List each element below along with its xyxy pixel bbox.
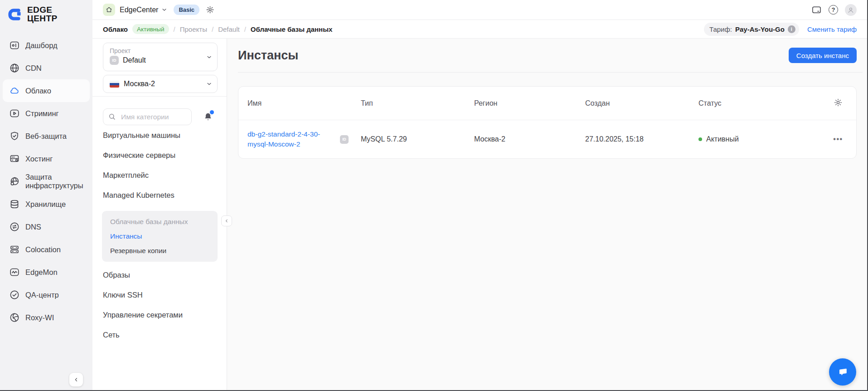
sidebar-item-hosting[interactable]: Хостинг xyxy=(3,147,90,170)
instance-name-link[interactable]: db-g2-standard-2-4-30-mysql-Moscow-2 xyxy=(247,129,334,149)
breadcrumb-section[interactable]: Облако xyxy=(103,25,128,33)
sidebar-item-infra-protection[interactable]: Защита инфраструктуры xyxy=(3,170,90,193)
sidebar-item-cdn[interactable]: CDN xyxy=(3,57,90,79)
cloud-panel-sidebar: Проект ID Default Москва-2 xyxy=(92,39,227,391)
shield-check-icon xyxy=(9,131,20,142)
plan-badge[interactable]: Basic xyxy=(174,5,199,15)
page-header: Инстансы Создать инстанс xyxy=(238,39,857,72)
breadcrumb-default[interactable]: Default xyxy=(218,25,240,33)
category-ssh-keys[interactable]: Ключи SSH xyxy=(103,285,227,305)
project-select[interactable]: Проект ID Default xyxy=(103,43,218,71)
table-settings-gear-icon[interactable] xyxy=(834,98,843,109)
dns-icon xyxy=(9,221,20,232)
sidebar-item-web-security[interactable]: Веб-защита xyxy=(3,125,90,147)
sidebar-item-qa-center[interactable]: QA-центр xyxy=(3,283,90,306)
project-select-value: Default xyxy=(123,56,146,64)
category-list-bottom: Образы Ключи SSH Управление секретами Се… xyxy=(103,265,227,345)
category-search-row xyxy=(103,108,218,125)
sidebar-item-dashboard[interactable]: Дашборд xyxy=(3,34,90,57)
database-icon xyxy=(9,199,20,210)
column-created: Создан xyxy=(585,99,698,108)
help-icon[interactable]: ? xyxy=(829,5,838,15)
category-bare-metal[interactable]: Физические серверы xyxy=(103,145,227,165)
info-icon[interactable]: i xyxy=(788,25,795,33)
breadcrumb-bar: Облако Активный / Проекты / Default / Об… xyxy=(92,20,868,39)
instances-table-card: Имя Тип Регион Создан Статус db-g2-stand… xyxy=(238,86,857,159)
cloud-icon xyxy=(9,85,20,96)
search-input[interactable] xyxy=(120,112,187,122)
sidebar-item-edgemon[interactable]: EdgeMon xyxy=(3,261,90,283)
breadcrumb-projects[interactable]: Проекты xyxy=(180,25,207,33)
sidebar-item-roxy-wi[interactable]: Roxy-WI xyxy=(3,306,90,329)
tariff-area: Тариф: Pay-As-You-Go i Сменить тариф xyxy=(704,23,857,36)
notifications-bell-icon[interactable] xyxy=(203,112,213,122)
group-item-backups[interactable]: Резервные копии xyxy=(110,244,218,258)
check-circle-icon xyxy=(9,289,20,300)
create-instance-button[interactable]: Создать инстанс xyxy=(789,48,857,63)
table-header: Имя Тип Регион Создан Статус xyxy=(238,87,856,120)
globe-shield-icon xyxy=(9,176,20,187)
billing-card-icon[interactable] xyxy=(811,5,822,15)
instance-status: Активный xyxy=(698,135,827,143)
chat-widget-button[interactable] xyxy=(829,358,856,386)
category-images[interactable]: Образы xyxy=(103,265,227,285)
column-region: Регион xyxy=(474,99,585,108)
sidebar-collapse-button[interactable] xyxy=(69,373,83,386)
copy-id-icon[interactable]: ID xyxy=(340,135,349,144)
avatar[interactable] xyxy=(845,4,857,16)
column-name: Имя xyxy=(247,99,361,108)
column-status: Статус xyxy=(698,99,827,108)
category-secrets[interactable]: Управление секретами xyxy=(103,305,227,325)
category-marketplace[interactable]: Маркетплейс xyxy=(103,165,227,185)
content-row: Проект ID Default Москва-2 xyxy=(92,39,868,391)
status-dot-icon xyxy=(698,137,702,141)
header-divider xyxy=(238,72,863,73)
chevron-left-icon xyxy=(73,376,79,383)
status-badge: Активный xyxy=(132,24,169,34)
globe-icon xyxy=(9,63,20,73)
chevron-down-icon xyxy=(206,81,213,88)
sidebar-item-dns[interactable]: DNS xyxy=(3,215,90,238)
breadcrumb-separator: / xyxy=(212,25,213,33)
dashboard-icon xyxy=(9,40,20,51)
breadcrumb-separator: / xyxy=(244,25,246,33)
tariff-value: Pay-As-You-Go xyxy=(735,25,785,33)
racks-icon xyxy=(9,244,20,255)
topbar-right: ? xyxy=(811,4,857,16)
edgecenter-logo-icon xyxy=(6,6,23,23)
region-select[interactable]: Москва-2 xyxy=(103,75,218,93)
sidebar-item-cloud[interactable]: Облако xyxy=(3,79,90,102)
category-virtual-machines[interactable]: Виртуальные машины xyxy=(103,125,227,145)
russia-flag-icon xyxy=(110,81,119,88)
main-content: Инстансы Создать инстанс Имя Тип Регион … xyxy=(227,39,868,391)
column-type: Тип xyxy=(361,99,474,108)
primary-sidebar: EDGEЦЕНТР Дашборд CDN Облако Стриминг xyxy=(0,0,92,391)
sidebar-item-streaming[interactable]: Стриминг xyxy=(3,102,90,125)
notification-dot xyxy=(210,110,214,114)
category-list: Виртуальные машины Физические серверы Ма… xyxy=(103,125,227,205)
group-item-cloud-databases[interactable]: Облачные базы данных xyxy=(110,215,218,229)
sidebar-item-colocation[interactable]: Colocation xyxy=(3,238,90,261)
breadcrumb-separator: / xyxy=(174,25,175,33)
sidebar-nav: Дашборд CDN Облако Стриминг Веб-защита Х… xyxy=(0,34,92,329)
category-managed-kubernetes[interactable]: Managed Kubernetes xyxy=(103,185,227,205)
workspace-name[interactable]: EdgeCenter xyxy=(120,6,158,14)
category-search[interactable] xyxy=(103,108,192,125)
panel-collapse-button[interactable] xyxy=(221,215,232,226)
row-actions-menu-icon[interactable]: ••• xyxy=(833,135,843,143)
brand-logo[interactable]: EDGEЦЕНТР xyxy=(0,0,92,23)
settings-gear-icon[interactable] xyxy=(204,5,215,15)
sidebar-item-storage[interactable]: Хранилище xyxy=(3,193,90,215)
search-icon xyxy=(108,112,116,121)
home-icon[interactable] xyxy=(103,4,115,16)
category-network[interactable]: Сеть xyxy=(103,325,227,345)
project-id-icon: ID xyxy=(110,56,119,65)
group-item-instances[interactable]: Инстансы xyxy=(110,229,218,244)
change-tariff-link[interactable]: Сменить тариф xyxy=(807,25,857,33)
workspace-column: EdgeCenter Basic ? Облако Активный / xyxy=(92,0,868,391)
play-icon xyxy=(9,108,20,119)
instance-region: Москва-2 xyxy=(474,135,585,143)
chevron-down-icon[interactable] xyxy=(161,6,168,13)
tariff-label: Тариф: xyxy=(709,25,732,33)
chevron-down-icon xyxy=(206,54,213,60)
